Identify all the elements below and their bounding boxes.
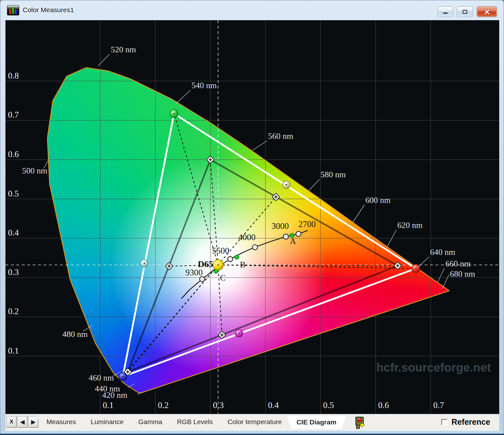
svg-text:460 nm: 460 nm (89, 373, 114, 382)
next-tab-button[interactable]: ▶ (28, 416, 38, 428)
cie-diagram-plot[interactable]: 27003000400055009300ABCD65420 nm440 nm46… (5, 20, 499, 414)
svg-text:4000: 4000 (238, 232, 256, 242)
svg-text:680 nm: 680 nm (450, 269, 475, 279)
icon-green-bar (12, 7, 14, 14)
svg-text:480 nm: 480 nm (62, 330, 88, 339)
prev-tab-button[interactable]: ◀ (17, 416, 28, 428)
svg-text:520 nm: 520 nm (111, 45, 136, 54)
svg-text:9300: 9300 (185, 268, 203, 277)
tabs: MeasuresLuminanceGammaRGB LevelsColor te… (41, 416, 346, 429)
gridlines (5, 20, 499, 414)
minimize-icon (443, 10, 448, 14)
svg-text:580 nm: 580 nm (321, 170, 346, 179)
svg-text:640 nm: 640 nm (430, 247, 455, 257)
svg-text:0.3: 0.3 (213, 400, 224, 410)
svg-text:620 nm: 620 nm (397, 221, 423, 230)
close-button[interactable] (477, 6, 497, 17)
spectral-locus-outline (47, 68, 449, 393)
blackbody-tick-9300 (199, 277, 205, 282)
svg-text:0.3: 0.3 (8, 267, 19, 277)
svg-text:0.4: 0.4 (268, 400, 279, 410)
tab-bar: X◀▶ MeasuresLuminanceGammaRGB LevelsColo… (5, 414, 499, 431)
tab-cie-diagram[interactable]: CIE Diagram (287, 416, 346, 429)
icon-blue-bar (15, 10, 17, 14)
svg-text:0.5: 0.5 (8, 189, 19, 198)
svg-text:0.7: 0.7 (8, 110, 19, 120)
svg-text:440 nm: 440 nm (95, 384, 120, 393)
titlebar[interactable]: Color Measures1 (0, 0, 504, 20)
tab-luminance[interactable]: Luminance (81, 416, 133, 428)
measure-tool-icon[interactable] (354, 416, 366, 430)
blackbody-tick-2700 (296, 231, 301, 237)
svg-text:0.2: 0.2 (158, 400, 169, 410)
svg-text:A: A (290, 237, 296, 246)
app-icon (7, 5, 19, 15)
markers (119, 110, 420, 381)
window-controls (438, 6, 497, 17)
reference-point-diamond (218, 331, 226, 339)
svg-text:0.6: 0.6 (8, 149, 19, 159)
svg-text:560 nm: 560 nm (268, 131, 293, 141)
svg-text:2700: 2700 (298, 219, 316, 229)
icon-red-bar (9, 9, 12, 14)
reference-label: Reference (451, 417, 490, 427)
reference-point-diamond (207, 156, 214, 163)
tab-color-temperature[interactable]: Color temperature (218, 416, 291, 428)
window-title: Color Measures1 (23, 6, 74, 14)
close-view-button[interactable]: X (6, 416, 17, 428)
svg-text:0.1: 0.1 (8, 346, 19, 356)
cie-chart-canvas: 27003000400055009300ABCD65420 nm440 nm46… (5, 20, 499, 414)
minimize-button[interactable] (438, 6, 453, 17)
reference-point-diamond (165, 262, 173, 270)
reference-toggle[interactable]: Reference (441, 417, 490, 427)
white-point-crosshair (5, 20, 499, 414)
watermark: hcfr.sourceforge.net (376, 361, 491, 374)
svg-text:500 nm: 500 nm (22, 166, 47, 175)
svg-text:0.1: 0.1 (103, 400, 114, 410)
measured-gamut-triangle (123, 114, 416, 377)
maximize-button[interactable] (457, 6, 473, 17)
svg-text:0.2: 0.2 (8, 306, 19, 316)
app-window: Color Measures1 27003000400055009300ABCD… (0, 0, 504, 435)
chart-labels: 27003000400055009300ABCD65420 nm440 nm46… (8, 45, 475, 410)
svg-text:B: B (240, 260, 245, 269)
svg-text:5500: 5500 (212, 246, 229, 255)
svg-text:0.8: 0.8 (8, 71, 19, 80)
svg-text:0.6: 0.6 (378, 400, 389, 410)
wavelength-leader-lines (44, 54, 449, 395)
restore-icon (462, 10, 467, 14)
tab-measures[interactable]: Measures (37, 416, 85, 428)
svg-text:660 nm: 660 nm (445, 259, 471, 268)
close-icon (484, 9, 490, 14)
svg-text:C: C (220, 273, 225, 282)
blackbody-tick-5500 (228, 256, 233, 262)
tab-rgb-levels[interactable]: RGB Levels (167, 416, 223, 428)
illuminant-B-dot (235, 255, 239, 259)
blackbody-tick-3000 (283, 234, 289, 239)
svg-text:600 nm: 600 nm (365, 196, 391, 205)
tab-gamma[interactable]: Gamma (129, 416, 172, 428)
svg-text:0.5: 0.5 (323, 400, 334, 410)
svg-text:D65: D65 (198, 259, 213, 269)
tab-nav-buttons: X◀▶ (6, 416, 38, 428)
svg-text:0.7: 0.7 (433, 400, 444, 410)
blackbody-tick-4000 (252, 245, 257, 250)
svg-text:0.4: 0.4 (8, 228, 19, 238)
svg-text:3000: 3000 (272, 221, 289, 231)
window-bottom-border (0, 431, 504, 435)
svg-text:540 nm: 540 nm (191, 81, 217, 90)
reference-checkbox[interactable] (441, 419, 448, 425)
